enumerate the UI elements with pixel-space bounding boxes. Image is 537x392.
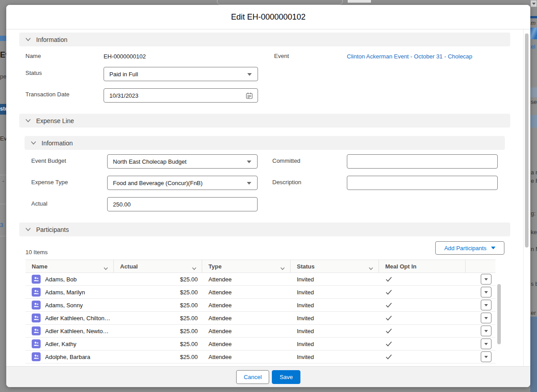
chevron-down-icon (25, 37, 31, 41)
table-scrollbar-thumb[interactable] (497, 284, 501, 344)
participant-status: Invited (291, 328, 379, 334)
status-combobox[interactable]: Paid in Full (104, 67, 258, 81)
column-header-name[interactable]: Name (25, 260, 114, 272)
column-header-meal-opt-in[interactable]: Meal Opt In (379, 260, 466, 272)
background-divider (0, 175, 6, 175)
row-actions-button[interactable] (481, 338, 491, 349)
background-dropdown-fragment (530, 0, 537, 7)
expense-type-selected-value: Food and Beverage (Concur)(FnB) (113, 180, 203, 186)
participant-icon (32, 339, 41, 348)
column-header-actual[interactable]: Actual (114, 260, 202, 272)
column-header-type[interactable]: Type (202, 260, 291, 272)
chevron-down-icon[interactable] (369, 265, 373, 272)
chevron-down-icon (25, 119, 31, 123)
participant-icon (32, 326, 41, 335)
event-budget-label: Event Budget (31, 157, 66, 164)
event-budget-combobox[interactable]: North East Cholecap Budget (107, 154, 258, 169)
check-icon (385, 289, 392, 295)
combobox-arrow-icon (247, 182, 251, 185)
participant-name: Adler Kathleen, Newto… (45, 328, 108, 334)
participant-type: Attendee (202, 289, 291, 296)
modal-scrollbar-thumb[interactable] (525, 33, 529, 248)
transaction-date-field[interactable]: 10/31/2023 (104, 88, 258, 103)
chevron-down-icon[interactable] (104, 265, 108, 272)
section-header-expense-line[interactable]: Expense Line (19, 114, 510, 128)
modal-body: Information Name EH-0000000102 Event Cli… (6, 29, 530, 366)
table-row: Adler, Kathy $25.00 Attendee Invited (25, 338, 495, 351)
committed-label: Committed (272, 157, 300, 164)
background-chevron-fragment: ⌄ (1, 178, 5, 183)
row-actions-button[interactable] (481, 300, 491, 310)
add-participants-label: Add Participants (444, 245, 487, 252)
add-participants-button[interactable]: Add Participants (435, 241, 504, 255)
event-budget-selected-value: North East Cholecap Budget (113, 158, 187, 165)
modal-title: Edit EH-0000000102 (231, 12, 305, 22)
section-title: Participants (36, 226, 69, 233)
modal-header: Edit EH-0000000102 (6, 5, 530, 29)
section-title: Information (36, 36, 67, 43)
row-actions-button[interactable] (481, 287, 491, 297)
status-selected-value: Paid in Full (109, 71, 138, 78)
check-icon (385, 315, 392, 321)
button-menu-arrow-icon (491, 247, 495, 249)
table-row: Adler Kathleen, Chilton… $25.00 Attendee… (25, 312, 495, 325)
table-row: Adolphe, Barbara $25.00 Attendee Invited (25, 351, 495, 363)
column-header-status[interactable]: Status (291, 260, 379, 272)
actual-input[interactable] (107, 197, 258, 211)
chevron-down-icon (484, 343, 488, 345)
background-text-fragment: g: (531, 210, 536, 217)
committed-input[interactable] (347, 154, 498, 169)
participant-status: Invited (291, 289, 379, 296)
chevron-down-icon[interactable] (192, 265, 196, 272)
check-icon (385, 302, 392, 308)
table-row: Adams, Marilyn $25.00 Attendee Invited (25, 286, 495, 299)
row-actions-button[interactable] (481, 274, 491, 285)
participant-icon (32, 352, 41, 361)
chevron-down-icon (484, 317, 488, 319)
participant-actual: $25.00 (114, 276, 202, 283)
check-icon (385, 341, 392, 347)
items-count: 10 Items (25, 249, 48, 256)
participant-actual: $25.00 (114, 341, 202, 347)
transaction-date-label: Transaction Date (25, 91, 70, 98)
participant-name: Adams, Sonny (45, 302, 83, 309)
table-row: Adams, Sonny $25.00 Attendee Invited (25, 299, 495, 312)
participant-type: Attendee (202, 302, 291, 309)
chevron-down-icon (25, 227, 31, 231)
combobox-arrow-icon (247, 73, 252, 76)
check-icon (385, 354, 392, 360)
background-text-fragment: m (531, 20, 536, 26)
cancel-button[interactable]: Cancel (236, 370, 269, 384)
section-header-expense-information[interactable]: Information (25, 136, 505, 150)
table-header-row: Name Actual Type Status Meal Opt In (25, 260, 495, 273)
background-link-fragment: el (531, 43, 535, 50)
background-text-fragment: e R (531, 177, 537, 184)
column-header-actions (466, 260, 495, 272)
background-panel-fragment (530, 317, 537, 392)
chevron-down-icon[interactable] (280, 265, 285, 272)
edit-record-modal: Edit EH-0000000102 Information Name EH-0… (6, 5, 530, 387)
chevron-down-icon (484, 291, 488, 293)
section-header-participants[interactable]: Participants (19, 223, 510, 236)
row-actions-button[interactable] (481, 351, 491, 362)
participant-status: Invited (291, 276, 379, 283)
event-link[interactable]: Clinton Ackerman Event - October 31 - Ch… (347, 53, 472, 60)
participant-actual: $25.00 (114, 315, 202, 322)
check-icon (385, 276, 392, 282)
description-input[interactable] (347, 176, 498, 190)
participant-status: Invited (291, 341, 379, 347)
chevron-down-icon (484, 330, 488, 332)
section-header-information[interactable]: Information (19, 33, 510, 46)
background-banner-fragment (0, 36, 6, 41)
description-label: Description (272, 179, 301, 186)
row-actions-button[interactable] (481, 326, 491, 336)
background-text-fragment: Ev (0, 135, 7, 142)
table-row: Adams, Bob $25.00 Attendee Invited (25, 273, 495, 286)
calendar-icon[interactable] (246, 92, 253, 100)
participant-actual: $25.00 (114, 354, 202, 360)
expense-type-combobox[interactable]: Food and Beverage (Concur)(FnB) (107, 176, 258, 190)
row-actions-button[interactable] (481, 313, 491, 323)
participant-name: Adams, Marilyn (45, 289, 85, 296)
save-button[interactable]: Save (272, 370, 300, 384)
name-value: EH-0000000102 (104, 53, 146, 60)
